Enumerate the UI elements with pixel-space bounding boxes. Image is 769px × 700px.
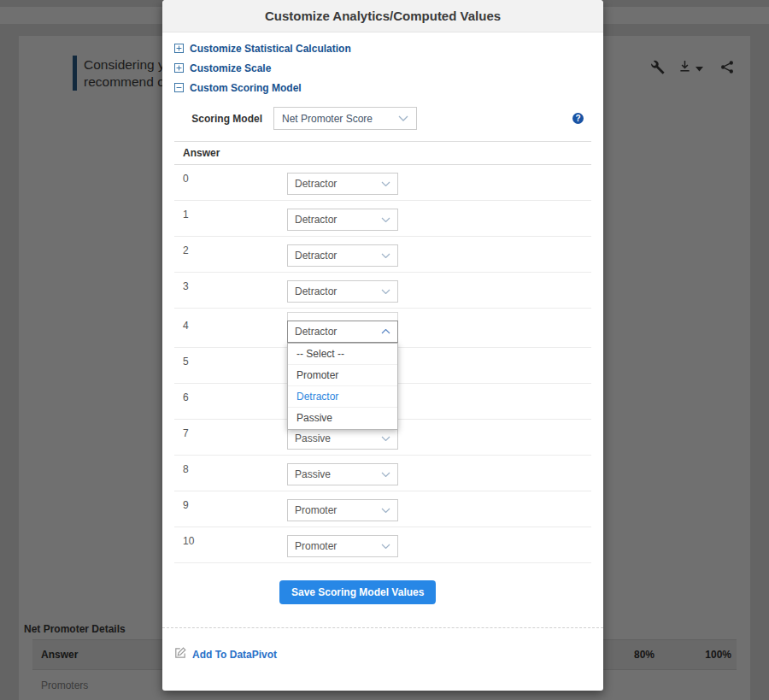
modal-title: Customize Analytics/Computed Values bbox=[162, 0, 603, 32]
select-value: Detractor bbox=[295, 178, 337, 190]
add-to-datapivot-link[interactable]: Add To DataPivot bbox=[174, 647, 277, 662]
answer-label: 1 bbox=[183, 209, 189, 221]
chevron-down-icon bbox=[381, 253, 390, 258]
add-to-datapivot-label: Add To DataPivot bbox=[192, 649, 277, 661]
section-custom-scoring-model[interactable]: Custom Scoring Model bbox=[174, 82, 591, 93]
category-select-open[interactable]: Detractor bbox=[287, 321, 398, 343]
chevron-down-icon bbox=[381, 181, 390, 186]
select-value: Passive bbox=[295, 432, 331, 444]
select-value: Net Promoter Score bbox=[282, 113, 373, 125]
select-value: Detractor bbox=[295, 326, 337, 338]
answer-label: 3 bbox=[183, 280, 189, 292]
dropdown-option-select[interactable]: -- Select -- bbox=[288, 344, 397, 365]
answer-label: 0 bbox=[183, 173, 189, 185]
chevron-down-icon bbox=[381, 217, 390, 222]
chevron-down-icon bbox=[381, 544, 390, 549]
category-select[interactable]: Detractor bbox=[287, 173, 398, 195]
edit-square-icon bbox=[174, 647, 186, 662]
select-value: Detractor bbox=[295, 214, 337, 226]
chevron-down-icon bbox=[381, 289, 390, 294]
answer-row-3: 3 Detractor bbox=[174, 273, 591, 309]
section-customize-scale[interactable]: Customize Scale bbox=[174, 62, 591, 74]
scoring-model-select[interactable]: Net Promoter Score bbox=[273, 107, 417, 130]
category-select[interactable]: Detractor bbox=[287, 280, 398, 303]
answer-row-2: 2 Detractor bbox=[174, 237, 591, 273]
answer-label: 7 bbox=[183, 427, 189, 439]
section-label[interactable]: Customize Scale bbox=[190, 62, 271, 74]
scoring-model-label: Scoring Model bbox=[174, 113, 262, 125]
answer-row-10: 10 Promoter bbox=[174, 527, 591, 563]
select-value: Detractor bbox=[295, 285, 337, 297]
section-label[interactable]: Customize Statistical Calculation bbox=[190, 43, 351, 55]
answer-row-1: 1 Detractor bbox=[174, 201, 591, 237]
category-select[interactable]: Promoter bbox=[287, 535, 398, 557]
chevron-down-icon bbox=[381, 508, 390, 513]
dropdown-option-promoter[interactable]: Promoter bbox=[288, 365, 397, 386]
answer-row-9: 9 Promoter bbox=[174, 491, 591, 527]
customize-analytics-modal: Customize Analytics/Computed Values Cust… bbox=[162, 0, 603, 691]
category-select[interactable]: Passive bbox=[287, 463, 398, 485]
plus-square-icon[interactable] bbox=[174, 63, 184, 73]
accordion-sections: Customize Statistical Calculation Custom… bbox=[174, 32, 591, 93]
dropdown-option-passive[interactable]: Passive bbox=[288, 408, 397, 429]
dropdown-option-list: -- Select -- Promoter Detractor Passive bbox=[287, 343, 398, 430]
answer-label: 6 bbox=[183, 391, 189, 403]
dropdown-option-detractor[interactable]: Detractor bbox=[288, 386, 397, 408]
minus-square-icon[interactable] bbox=[174, 83, 184, 92]
save-scoring-model-button[interactable]: Save Scoring Model Values bbox=[279, 580, 436, 604]
select-value: Passive bbox=[295, 468, 331, 480]
plus-square-icon[interactable] bbox=[174, 44, 184, 53]
chevron-down-icon bbox=[381, 436, 390, 441]
section-label[interactable]: Custom Scoring Model bbox=[190, 82, 302, 94]
category-select[interactable]: Promoter bbox=[287, 499, 398, 521]
answer-label: 5 bbox=[183, 356, 189, 368]
section-customize-statistical-calculation[interactable]: Customize Statistical Calculation bbox=[174, 43, 591, 54]
answer-label: 9 bbox=[183, 499, 189, 511]
answer-row-4: 4 Detractor -- Select -- Promoter Detrac… bbox=[174, 309, 591, 348]
select-value: Promoter bbox=[295, 540, 337, 552]
answer-label: 2 bbox=[183, 244, 189, 256]
select-value: Promoter bbox=[295, 504, 337, 516]
help-icon[interactable]: ? bbox=[572, 113, 584, 124]
category-select[interactable]: Passive bbox=[287, 427, 398, 450]
chevron-up-icon bbox=[381, 329, 390, 334]
answer-column-header: Answer bbox=[174, 142, 591, 165]
modal-body: Customize Statistical Calculation Custom… bbox=[162, 32, 603, 662]
chevron-down-icon bbox=[398, 115, 408, 121]
modal-footer: Add To DataPivot bbox=[174, 628, 591, 662]
answer-row-8: 8 Passive bbox=[174, 456, 591, 491]
select-value: Detractor bbox=[295, 250, 337, 262]
answer-row-0: 0 Detractor bbox=[174, 165, 591, 201]
category-select[interactable]: Detractor bbox=[287, 244, 398, 267]
answer-label: 8 bbox=[183, 463, 189, 475]
category-select[interactable]: Detractor bbox=[287, 209, 398, 231]
chevron-down-icon bbox=[381, 472, 390, 477]
scoring-model-row: Scoring Model Net Promoter Score ? bbox=[174, 107, 591, 130]
save-button-container: Save Scoring Model Values bbox=[174, 580, 591, 604]
answer-label: 10 bbox=[183, 535, 194, 547]
answer-label: 4 bbox=[183, 320, 189, 332]
